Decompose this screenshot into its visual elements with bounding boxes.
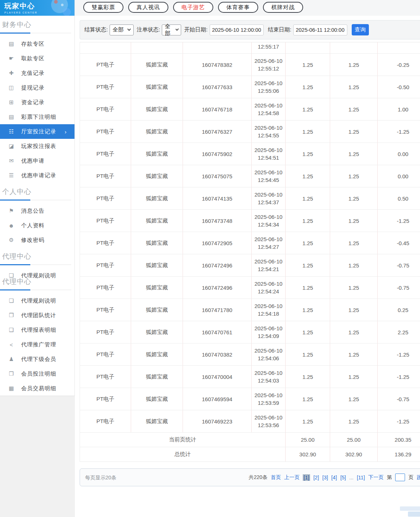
- cell-date: 2025-06-10: [252, 235, 285, 243]
- cell-time: 12:54:06: [252, 354, 285, 362]
- cell-bet-amount: 1.25: [286, 232, 330, 254]
- cell-game-name: 狐媚宝藏: [131, 98, 183, 121]
- nav-tab-button[interactable]: 雙赢彩票: [83, 2, 123, 13]
- start-date-label: 开始日期:: [184, 26, 207, 33]
- table-row: PT电子狐媚宝藏16074692232025-06-1012:53:561.25…: [80, 410, 420, 433]
- cell-win-loss: 0.50: [378, 187, 420, 210]
- sidebar-item-gear[interactable]: ⚙修改密码: [0, 233, 75, 247]
- page-link-3[interactable]: [3]: [322, 475, 328, 480]
- first-page-link[interactable]: 首页: [271, 474, 281, 481]
- table-row: PT电子狐媚宝藏16074700042025-06-1012:54:031.25…: [80, 366, 420, 388]
- sidebar-item-deposit-card[interactable]: ▤存款专区: [0, 37, 75, 51]
- sidebar-item-promo-record[interactable]: ☰优惠申请记录: [0, 168, 75, 183]
- cell-datetime: 2025-06-1012:54:37: [252, 187, 286, 210]
- withdrawal-wallet-icon: ◫: [7, 84, 15, 91]
- cell-valid-bet: 1.25: [330, 321, 378, 343]
- cell-game-name: 狐媚宝藏: [131, 121, 183, 143]
- recharge-bag-icon: ✚: [7, 70, 15, 76]
- cell-win-loss: -0.45: [378, 232, 420, 254]
- sidebar-item-funds-wallet[interactable]: ⊞资金记录: [0, 95, 75, 110]
- cell-date: 2025-06-10: [252, 258, 285, 265]
- sidebar-item-report-chart[interactable]: ◪玩家投注报表: [0, 139, 75, 153]
- sidebar-item-promo-gift[interactable]: ✉优惠申请: [0, 153, 75, 168]
- jump-suffix-label: 页: [408, 474, 413, 481]
- cell-bet-amount: 1.25: [286, 343, 330, 366]
- sidebar-item-hall-bet-list[interactable]: ☷厅室投注记录›: [0, 124, 75, 139]
- pagination-bar: 每页显示20条 共220条首页上一页[1][2][3][4][5]...[11]…: [80, 468, 420, 486]
- next-page-link[interactable]: 下一页: [368, 474, 383, 481]
- sidebar-item-label: 代理规则说明: [21, 297, 56, 304]
- cell-order-id: 1607475075: [183, 165, 252, 187]
- sidebar-item-withdraw-hand[interactable]: ☛取款专区: [0, 51, 75, 66]
- cell-bet-amount: 1.25: [286, 299, 330, 321]
- nav-tab-button[interactable]: 电子游艺: [173, 2, 213, 13]
- cell-date: 2025-06-10: [252, 414, 285, 421]
- cell-game-type: PT电子: [80, 232, 131, 254]
- nav-tab-button[interactable]: 体育赛事: [218, 2, 258, 13]
- cell-date: 2025-06-10: [252, 79, 285, 87]
- nav-tab-button[interactable]: 真人视讯: [128, 2, 168, 13]
- cell-game-type: PT电子: [80, 143, 131, 165]
- sidebar-section-title: 个人中心: [0, 183, 75, 200]
- cell-game-name: 狐媚宝藏: [131, 299, 183, 321]
- sidebar-item-members[interactable]: ♟代理下级会员: [0, 352, 75, 366]
- main-content: 雙赢彩票真人视讯电子游艺体育赛事棋牌对战 结算状态: 全部 注单状态: 全部 开…: [75, 0, 420, 517]
- cell-order-id: 1607471780: [183, 299, 252, 321]
- order-status-select[interactable]: 全部: [162, 24, 181, 35]
- sidebar-item-member-bets[interactable]: ❒会员投注明细: [0, 366, 75, 381]
- section-divider: [0, 33, 71, 33]
- jump-button[interactable]: 跳转: [417, 474, 420, 481]
- cell-time: 12:54:45: [252, 176, 285, 184]
- ellipsis-label: ...: [349, 475, 354, 480]
- cell-valid-bet: 1.25: [330, 187, 378, 210]
- sidebar-item-person[interactable]: ☻个人资料: [0, 218, 75, 233]
- sidebar-item-label: 取款专区: [21, 55, 45, 62]
- prev-page-link[interactable]: 上一页: [284, 474, 299, 481]
- cell-datetime: 2025-06-1012:53:59: [252, 388, 286, 410]
- sidebar-item-team-stats[interactable]: ❐代理团队统计: [0, 308, 75, 323]
- sidebar-item-label: 资金记录: [21, 99, 45, 106]
- page-link-1[interactable]: [1]: [303, 474, 310, 481]
- section-divider: [0, 265, 71, 265]
- start-date-input[interactable]: [210, 24, 264, 35]
- cell-game-type: PT电子: [80, 321, 131, 343]
- cell-valid-bet: 1.25: [330, 254, 378, 277]
- sidebar-section: 财务中心▤存款专区☛取款专区✚充值记录◫提现记录⊞资金记录▤彩票下注明细☷厅室投…: [0, 16, 75, 183]
- summary-value: 200.35: [378, 433, 420, 447]
- page-link-5[interactable]: [5]: [340, 475, 346, 480]
- cell-bet-amount: 1.25: [286, 410, 330, 433]
- page-link-11[interactable]: [11]: [357, 475, 365, 480]
- sidebar-item-share[interactable]: <代理推广管理: [0, 337, 75, 352]
- cell-datetime: 2025-06-1012:55:06: [252, 76, 286, 98]
- cell-win-loss: -0.75: [378, 388, 420, 410]
- sidebar-item-bell[interactable]: ⚑消息公告: [0, 204, 75, 218]
- deposit-card-icon: ▤: [7, 41, 15, 47]
- sidebar-item-withdrawal-wallet[interactable]: ◫提现记录: [0, 80, 75, 95]
- cell-win-loss: -1.25: [378, 210, 420, 232]
- settle-status-select[interactable]: 全部: [110, 24, 134, 35]
- end-date-label: 结束日期:: [268, 26, 291, 33]
- summary-value: 136.29: [378, 447, 420, 462]
- table-row-partial: 12:55:17: [80, 42, 420, 54]
- cell-valid-bet: 1.25: [330, 76, 378, 98]
- sidebar-item-member-trades[interactable]: ▦会员交易明细: [0, 381, 75, 396]
- sidebar-item-label: 个人资料: [21, 222, 45, 229]
- cell-game-name: 狐媚宝藏: [131, 76, 183, 98]
- jump-prefix-label: 第: [387, 474, 392, 481]
- cell-game-name: 狐媚宝藏: [131, 321, 183, 343]
- end-date-input[interactable]: [293, 24, 347, 35]
- sidebar-item-recharge-bag[interactable]: ✚充值记录: [0, 66, 75, 80]
- nav-tab-button[interactable]: 棋牌对战: [263, 2, 303, 13]
- gear-icon: ⚙: [7, 237, 15, 243]
- sidebar-item-report-detail[interactable]: ❑代理报表明细: [0, 323, 75, 337]
- jump-page-input[interactable]: [395, 474, 405, 481]
- page-link-4[interactable]: [4]: [331, 475, 337, 480]
- cell-order-id: 1607472905: [183, 232, 252, 254]
- sidebar-item-lottery-list[interactable]: ▤彩票下注明细: [0, 110, 75, 124]
- cell-game-name: 狐媚宝藏: [131, 388, 183, 410]
- page-link-2[interactable]: [2]: [313, 475, 319, 480]
- sidebar-item-doc[interactable]: ❏代理规则说明: [0, 293, 75, 308]
- search-button[interactable]: 查询: [352, 24, 369, 35]
- cell-bet-amount: 1.25: [286, 98, 330, 121]
- cell-win-loss: 1.00: [378, 98, 420, 121]
